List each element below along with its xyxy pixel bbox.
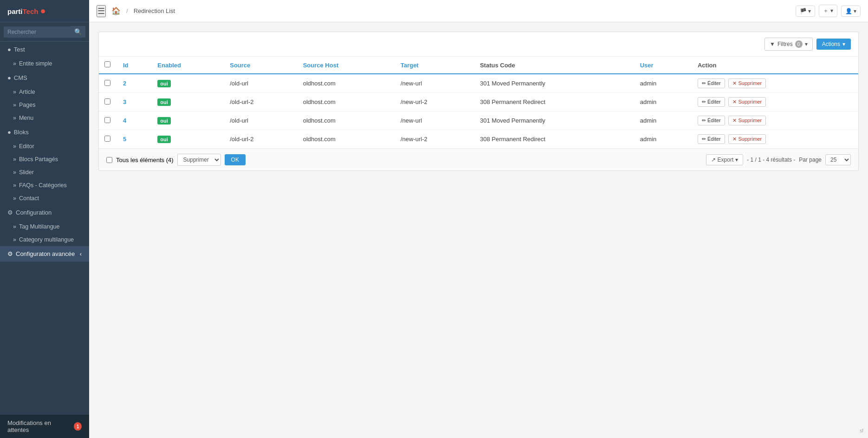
sidebar-item-pages-label: Pages bbox=[19, 102, 35, 108]
sidebar-item-category-label: Category multilangue bbox=[19, 236, 74, 243]
sidebar-item-menu[interactable]: » Menu bbox=[0, 111, 89, 124]
row-checkbox[interactable] bbox=[104, 98, 110, 105]
col-header-id[interactable]: Id bbox=[117, 57, 152, 74]
sidebar-bottom-pending[interactable]: Modifications en attentes 1 bbox=[0, 415, 89, 438]
plus-button[interactable]: ＋ ▾ bbox=[819, 5, 837, 17]
filter-button[interactable]: ▼ Filtres 0 ▾ bbox=[764, 38, 813, 51]
cell-source-host: oldhost.com bbox=[298, 111, 395, 130]
contact-icon: » bbox=[13, 195, 16, 202]
cell-source: /old-url-2 bbox=[224, 130, 297, 149]
bulk-action-select[interactable]: Supprimer bbox=[177, 154, 221, 166]
table-row: 5 oui /old-url-2 oldhost.com /new-url-2 … bbox=[99, 130, 858, 149]
cell-user: admin bbox=[635, 130, 692, 149]
actions-button[interactable]: Actions ▾ bbox=[816, 39, 851, 50]
sidebar-item-menu-label: Menu bbox=[19, 115, 33, 121]
cell-enabled: oui bbox=[152, 93, 224, 111]
col-header-status-code: Status Code bbox=[474, 57, 635, 74]
sidebar-item-article[interactable]: » Article bbox=[0, 85, 89, 98]
filter-icon: ▼ bbox=[770, 41, 775, 47]
sidebar-item-config-label: Configuration bbox=[16, 209, 52, 216]
cell-target: /new-url-2 bbox=[395, 93, 474, 111]
sidebar-item-faqs[interactable]: » FAQs - Catégories bbox=[0, 179, 89, 192]
category-icon: » bbox=[13, 236, 16, 243]
sidebar-item-contact[interactable]: » Contact bbox=[0, 192, 89, 205]
sidebar-item-slider[interactable]: » Slider bbox=[0, 166, 89, 179]
col-header-source-host[interactable]: Source Host bbox=[298, 57, 395, 74]
row-checkbox[interactable] bbox=[104, 117, 110, 123]
delete-button[interactable]: ✕ Supprimer bbox=[728, 78, 766, 88]
sidebar-item-cms-label: CMS bbox=[14, 74, 27, 81]
page-title: Redirection List bbox=[134, 7, 175, 14]
search-container: 🔍 bbox=[0, 22, 89, 42]
home-icon[interactable]: 🏠 bbox=[111, 7, 121, 15]
blocs-icon: » bbox=[13, 156, 16, 163]
sidebar-item-article-label: Article bbox=[19, 89, 35, 95]
cell-id: 5 bbox=[117, 130, 152, 149]
sidebar-item-cms[interactable]: ● CMS bbox=[0, 70, 89, 85]
select-all-label: Tous les éléments (4) bbox=[116, 157, 174, 163]
sidebar-item-configuration[interactable]: ⚙ Configuration bbox=[0, 205, 89, 220]
row-checkbox[interactable] bbox=[104, 136, 110, 142]
col-header-target[interactable]: Target bbox=[395, 57, 474, 74]
col-header-enabled[interactable]: Enabled bbox=[152, 57, 224, 74]
export-chevron: ▾ bbox=[735, 157, 738, 163]
cell-target: /new-url bbox=[395, 74, 474, 93]
cell-source-host: oldhost.com bbox=[298, 130, 395, 149]
edit-button[interactable]: ✏ Éditer bbox=[698, 97, 725, 107]
sidebar-item-slider-label: Slider bbox=[19, 169, 34, 176]
flag-button[interactable]: 🏴 ▾ bbox=[796, 6, 815, 17]
config-avancee-icon: ⚙ bbox=[7, 250, 13, 257]
sidebar-item-entite-simple[interactable]: » Entite simple bbox=[0, 57, 89, 70]
ok-button[interactable]: OK bbox=[225, 154, 246, 165]
content-card: ▼ Filtres 0 ▾ Actions ▾ Id bbox=[98, 32, 859, 171]
user-button[interactable]: 👤 ▾ bbox=[841, 6, 861, 17]
export-label: Export bbox=[718, 157, 734, 163]
per-page-label: Par page bbox=[799, 157, 822, 163]
config-icon: ⚙ bbox=[7, 209, 13, 216]
cell-id: 3 bbox=[117, 93, 152, 111]
delete-button[interactable]: ✕ Supprimer bbox=[728, 97, 766, 107]
sidebar-item-config-avancee[interactable]: ⚙ Configuraton avancée ‹ bbox=[0, 246, 89, 261]
sidebar-item-editor[interactable]: » Editor bbox=[0, 140, 89, 153]
edit-button[interactable]: ✏ Éditer bbox=[698, 116, 725, 125]
sidebar-item-blocs-label: Blocs Partagés bbox=[19, 156, 58, 163]
sidebar-item-category[interactable]: » Category multilangue bbox=[0, 233, 89, 246]
symfony-icon: sf bbox=[860, 428, 863, 433]
cell-status-code: 308 Permanent Redirect bbox=[474, 130, 635, 149]
cell-source-host: oldhost.com bbox=[298, 93, 395, 111]
pending-label: Modifications en attentes bbox=[7, 419, 71, 433]
hamburger-button[interactable]: ☰ bbox=[97, 5, 106, 17]
row-checkbox[interactable] bbox=[104, 80, 110, 86]
pagination-info: - 1 / 1 - 4 résultats - bbox=[747, 157, 795, 163]
edit-button[interactable]: ✏ Éditer bbox=[698, 78, 725, 88]
redirections-table: Id Enabled Source Source Host Target Sta… bbox=[99, 57, 858, 149]
export-button[interactable]: ↗ Export ▾ bbox=[706, 154, 744, 165]
search-input[interactable] bbox=[4, 26, 71, 38]
sidebar-item-editor-label: Editor bbox=[19, 143, 34, 150]
cell-action: ✏ Éditer ✕ Supprimer bbox=[692, 93, 858, 111]
col-header-source[interactable]: Source bbox=[224, 57, 297, 74]
table-row: 4 oui /old-url oldhost.com /new-url 301 … bbox=[99, 111, 858, 130]
export-icon: ↗ bbox=[711, 157, 716, 163]
sidebar-item-test[interactable]: ● Test bbox=[0, 42, 89, 57]
delete-button[interactable]: ✕ Supprimer bbox=[728, 134, 766, 144]
select-all-checkbox[interactable] bbox=[104, 61, 110, 67]
sidebar-item-tag-label: Tag Multilangue bbox=[19, 223, 60, 230]
search-button[interactable]: 🔍 bbox=[71, 26, 85, 38]
topnav-right: 🏴 ▾ ＋ ▾ 👤 ▾ bbox=[796, 5, 861, 17]
sidebar-item-blocs-partages[interactable]: » Blocs Partagés bbox=[0, 153, 89, 166]
cell-id: 4 bbox=[117, 111, 152, 130]
bottom-select-all-checkbox[interactable] bbox=[106, 157, 112, 163]
per-page-select[interactable]: 25 10 50 100 bbox=[825, 154, 851, 165]
sidebar-item-contact-label: Contact bbox=[19, 195, 39, 202]
col-header-user[interactable]: User bbox=[635, 57, 692, 74]
slider-icon: » bbox=[13, 169, 16, 176]
content-area: ▼ Filtres 0 ▾ Actions ▾ Id bbox=[89, 22, 868, 438]
sidebar-item-bloks[interactable]: ● Bloks bbox=[0, 124, 89, 140]
test-icon: ● bbox=[7, 46, 11, 53]
sidebar-item-tag[interactable]: » Tag Multilangue bbox=[0, 220, 89, 233]
edit-button[interactable]: ✏ Éditer bbox=[698, 134, 725, 144]
delete-button[interactable]: ✕ Supprimer bbox=[728, 116, 766, 125]
sidebar-item-pages[interactable]: » Pages bbox=[0, 98, 89, 111]
filter-chevron: ▾ bbox=[805, 41, 808, 47]
